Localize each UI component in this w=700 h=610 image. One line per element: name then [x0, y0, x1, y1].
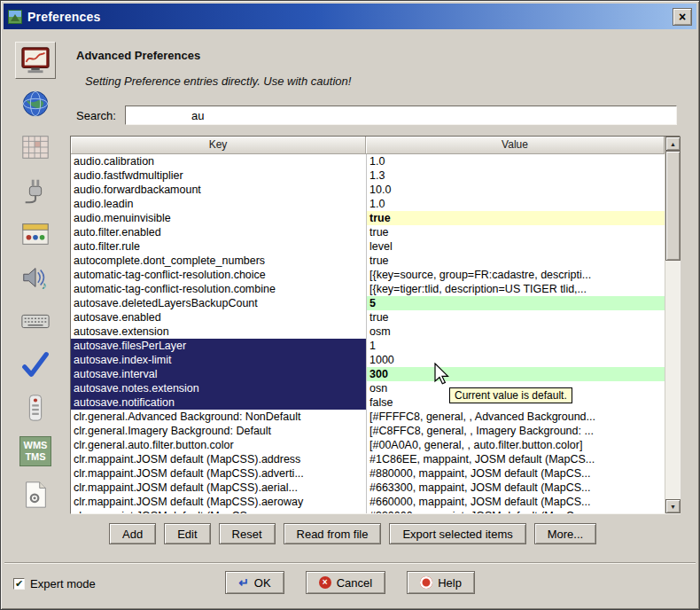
- pref-value-cell[interactable]: [#00A0A0, general, , auto.filter.button.…: [366, 438, 665, 452]
- table-row[interactable]: clr.mappaint.JOSM default (MapCSS).adver…: [71, 466, 665, 481]
- pref-value-cell[interactable]: 10.0: [366, 183, 665, 197]
- pref-value-cell[interactable]: [#FFFFC8, general, , Advanced Background…: [366, 410, 665, 424]
- read-from-file-button[interactable]: Read from file: [284, 523, 382, 544]
- edit-button[interactable]: Edit: [164, 523, 210, 544]
- table-row[interactable]: audio.menuinvisibletrue: [71, 211, 665, 225]
- pref-value-cell[interactable]: 5: [366, 296, 665, 310]
- pref-key-cell[interactable]: clr.mappaint.JOSM default (MapCSS).adver…: [71, 466, 366, 481]
- table-row[interactable]: auto.filter.enabledtrue: [71, 225, 665, 239]
- search-input[interactable]: [125, 106, 677, 125]
- pref-key-cell[interactable]: clr.mappaint.JOSM default (MapCSS).aerow…: [71, 495, 366, 509]
- pref-value-cell[interactable]: [#C8FFC8, general, , Imagery Background:…: [366, 424, 665, 438]
- tab-display-settings[interactable]: [15, 42, 56, 79]
- pref-key-cell[interactable]: audio.fastfwdmultiplier: [71, 168, 366, 183]
- pref-value-cell[interactable]: #663300, mappaint, JOSM default (MapCS..…: [366, 481, 665, 495]
- pref-key-cell[interactable]: audio.menuinvisible: [71, 211, 366, 225]
- table-row[interactable]: autosave.interval300: [71, 367, 665, 381]
- table-row[interactable]: autosave.enabledtrue: [71, 310, 665, 325]
- tab-validator[interactable]: [15, 346, 56, 383]
- table-row[interactable]: autosave.filesPerLayer1: [71, 339, 665, 353]
- export-selected-items-button[interactable]: Export selected items: [389, 523, 525, 544]
- table-row[interactable]: autosave.deletedLayersBackupCount5: [71, 296, 665, 310]
- table-row[interactable]: audio.fastfwdmultiplier1.3: [71, 168, 665, 183]
- pref-value-cell[interactable]: osm: [366, 325, 665, 339]
- scrollbar-thumb[interactable]: [665, 151, 681, 261]
- pref-value-cell[interactable]: 300: [366, 367, 665, 381]
- pref-key-cell[interactable]: clr.mappaint.JOSM default (MapCS...: [71, 509, 366, 513]
- table-row[interactable]: clr.general.auto.filter.button.color[#00…: [71, 438, 665, 452]
- tab-map-settings[interactable]: [15, 129, 56, 166]
- tab-shortcuts[interactable]: [15, 302, 56, 340]
- pref-value-cell[interactable]: #330000, mappaint, JOSM default (MapC...: [366, 509, 665, 513]
- pref-key-cell[interactable]: audio.forwardbackamount: [71, 183, 366, 197]
- ok-button[interactable]: ↵ OK: [225, 571, 284, 594]
- column-header-key[interactable]: Key: [71, 137, 366, 154]
- tab-toolbar-customization[interactable]: [15, 215, 56, 253]
- table-row[interactable]: autocomplete.dont_complete_numberstrue: [71, 254, 665, 268]
- pref-value-cell[interactable]: #880000, mappaint, JOSM default (MapCS..…: [366, 466, 665, 481]
- pref-key-cell[interactable]: audio.leadin: [71, 197, 366, 211]
- pref-key-cell[interactable]: autosave.notification: [71, 395, 366, 410]
- table-row[interactable]: clr.mappaint.JOSM default (MapCSS).addre…: [71, 452, 665, 466]
- pref-key-cell[interactable]: automatic-tag-conflict-resolution.choice: [71, 268, 366, 282]
- pref-value-cell[interactable]: 1.0: [366, 154, 665, 168]
- pref-value-cell[interactable]: 1000: [366, 353, 665, 367]
- tab-remote-control[interactable]: [15, 389, 56, 426]
- table-row[interactable]: autosave.extensionosm: [71, 325, 665, 339]
- pref-value-cell[interactable]: [{key=source, group=FR:cadastre, descrip…: [366, 268, 665, 282]
- tab-connection-settings[interactable]: [15, 85, 56, 122]
- titlebar[interactable]: Preferences ×: [4, 4, 696, 29]
- close-button[interactable]: ×: [673, 8, 692, 26]
- more-button[interactable]: More...: [534, 523, 596, 544]
- tab-imagery-wms-tms[interactable]: WMS TMS: [15, 433, 56, 470]
- pref-key-cell[interactable]: autosave.enabled: [71, 310, 366, 325]
- table-row[interactable]: autosave.notificationfalse: [71, 395, 665, 410]
- tab-advanced-preferences[interactable]: [15, 476, 56, 513]
- scroll-down-button[interactable]: ▼: [665, 499, 681, 513]
- pref-key-cell[interactable]: autosave.deletedLayersBackupCount: [71, 296, 366, 310]
- cancel-button[interactable]: × Cancel: [306, 571, 385, 594]
- pref-key-cell[interactable]: clr.general.Imagery Background: Default: [71, 424, 366, 438]
- pref-key-cell[interactable]: autosave.filesPerLayer: [71, 339, 366, 353]
- table-row[interactable]: clr.mappaint.JOSM default (MapCSS).aerow…: [71, 495, 665, 509]
- pref-value-cell[interactable]: #1C86EE, mappaint, JOSM default (MapCS..…: [366, 452, 665, 466]
- pref-key-cell[interactable]: automatic-tag-conflict-resolution.combin…: [71, 282, 366, 296]
- pref-value-cell[interactable]: 1.3: [366, 168, 665, 183]
- table-row[interactable]: clr.mappaint.JOSM default (MapCS...#3300…: [71, 509, 665, 513]
- pref-value-cell[interactable]: [{key=tiger:tlid, description=US TIGER t…: [366, 282, 665, 296]
- help-button[interactable]: Help: [407, 571, 475, 594]
- pref-key-cell[interactable]: clr.mappaint.JOSM default (MapCSS).addre…: [71, 452, 366, 466]
- pref-key-cell[interactable]: clr.mappaint.JOSM default (MapCSS).aeria…: [71, 481, 366, 495]
- table-row[interactable]: autosave.index-limit1000: [71, 353, 665, 367]
- table-row[interactable]: autosave.notes.extensionosn: [71, 381, 665, 395]
- pref-key-cell[interactable]: autosave.notes.extension: [71, 381, 366, 395]
- pref-value-cell[interactable]: true: [366, 310, 665, 325]
- table-row[interactable]: clr.general.Advanced Background: NonDefa…: [71, 410, 665, 424]
- pref-value-cell[interactable]: level: [366, 239, 665, 254]
- pref-key-cell[interactable]: auto.filter.rule: [71, 239, 366, 254]
- pref-key-cell[interactable]: clr.general.Advanced Background: NonDefa…: [71, 410, 366, 424]
- pref-value-cell[interactable]: 1.0: [366, 197, 665, 211]
- reset-button[interactable]: Reset: [219, 523, 276, 544]
- vertical-scrollbar[interactable]: ▲ ▼: [665, 137, 680, 513]
- pref-value-cell[interactable]: true: [366, 254, 665, 268]
- pref-key-cell[interactable]: autosave.index-limit: [71, 353, 366, 367]
- tab-plugins[interactable]: [15, 172, 56, 209]
- pref-key-cell[interactable]: autocomplete.dont_complete_numbers: [71, 254, 366, 268]
- add-button[interactable]: Add: [109, 523, 156, 544]
- pref-key-cell[interactable]: auto.filter.enabled: [71, 225, 366, 239]
- column-header-value[interactable]: Value: [366, 137, 665, 154]
- pref-key-cell[interactable]: autosave.extension: [71, 325, 366, 339]
- pref-value-cell[interactable]: 1: [366, 339, 665, 353]
- table-row[interactable]: audio.forwardbackamount10.0: [71, 183, 665, 197]
- pref-key-cell[interactable]: clr.general.auto.filter.button.color: [71, 438, 366, 452]
- table-row[interactable]: automatic-tag-conflict-resolution.combin…: [71, 282, 665, 296]
- table-row[interactable]: automatic-tag-conflict-resolution.choice…: [71, 268, 665, 282]
- pref-value-cell[interactable]: true: [366, 225, 665, 239]
- tab-audio-settings[interactable]: ♪: [15, 259, 56, 296]
- table-row[interactable]: clr.general.Imagery Background: Default[…: [71, 424, 665, 438]
- table-row[interactable]: clr.mappaint.JOSM default (MapCSS).aeria…: [71, 481, 665, 495]
- table-row[interactable]: audio.leadin1.0: [71, 197, 665, 211]
- pref-key-cell[interactable]: audio.calibration: [71, 154, 366, 168]
- scroll-up-button[interactable]: ▲: [665, 137, 681, 151]
